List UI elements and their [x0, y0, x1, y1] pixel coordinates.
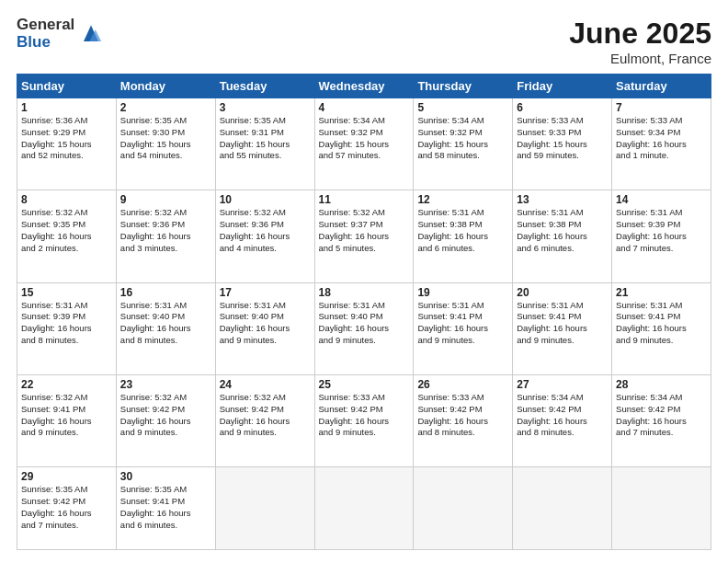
calendar-cell: 7Sunrise: 5:33 AMSunset: 9:34 PMDaylight…: [612, 98, 711, 190]
cell-content: Sunrise: 5:32 AMSunset: 9:37 PMDaylight:…: [319, 207, 410, 254]
calendar-cell: 21Sunrise: 5:31 AMSunset: 9:41 PMDayligh…: [612, 282, 711, 374]
calendar-cell: 14Sunrise: 5:31 AMSunset: 9:39 PMDayligh…: [612, 190, 711, 282]
calendar-cell: 6Sunrise: 5:33 AMSunset: 9:33 PMDaylight…: [513, 98, 612, 190]
logo-general: General: [17, 17, 74, 34]
calendar-cell: 28Sunrise: 5:34 AMSunset: 9:42 PMDayligh…: [612, 374, 711, 466]
cell-content: Sunrise: 5:32 AMSunset: 9:36 PMDaylight:…: [120, 207, 211, 254]
calendar-cell: [314, 467, 414, 550]
calendar-cell: 22Sunrise: 5:32 AMSunset: 9:41 PMDayligh…: [17, 374, 117, 466]
calendar-cell: 24Sunrise: 5:32 AMSunset: 9:42 PMDayligh…: [215, 374, 314, 466]
title-block: June 2025 Eulmont, France: [569, 17, 711, 66]
day-number: 15: [21, 286, 112, 299]
day-number: 9: [120, 193, 211, 206]
day-number: 27: [517, 378, 608, 391]
col-thursday: Thursday: [414, 75, 513, 98]
calendar-cell: 27Sunrise: 5:34 AMSunset: 9:42 PMDayligh…: [513, 374, 612, 466]
calendar-week-1: 1Sunrise: 5:36 AMSunset: 9:29 PMDaylight…: [17, 98, 711, 190]
calendar-cell: 20Sunrise: 5:31 AMSunset: 9:41 PMDayligh…: [513, 282, 612, 374]
cell-content: Sunrise: 5:34 AMSunset: 9:42 PMDaylight:…: [517, 392, 608, 439]
day-number: 22: [21, 378, 112, 391]
col-wednesday: Wednesday: [314, 75, 414, 98]
cell-content: Sunrise: 5:35 AMSunset: 9:42 PMDaylight:…: [21, 484, 112, 531]
calendar-cell: 3Sunrise: 5:35 AMSunset: 9:31 PMDaylight…: [215, 98, 314, 190]
calendar-cell: 1Sunrise: 5:36 AMSunset: 9:29 PMDaylight…: [17, 98, 117, 190]
col-friday: Friday: [513, 75, 612, 98]
cell-content: Sunrise: 5:31 AMSunset: 9:39 PMDaylight:…: [21, 300, 112, 347]
cell-content: Sunrise: 5:36 AMSunset: 9:29 PMDaylight:…: [21, 115, 112, 162]
day-number: 6: [517, 101, 608, 114]
day-number: 5: [417, 101, 508, 114]
col-tuesday: Tuesday: [215, 75, 314, 98]
cell-content: Sunrise: 5:32 AMSunset: 9:42 PMDaylight:…: [220, 392, 311, 439]
day-number: 14: [616, 193, 707, 206]
day-number: 7: [616, 101, 707, 114]
calendar-cell: 15Sunrise: 5:31 AMSunset: 9:39 PMDayligh…: [17, 282, 117, 374]
calendar-cell: 11Sunrise: 5:32 AMSunset: 9:37 PMDayligh…: [314, 190, 414, 282]
calendar-cell: [612, 467, 711, 550]
day-number: 10: [220, 193, 311, 206]
logo: General Blue: [17, 17, 106, 51]
calendar-week-2: 8Sunrise: 5:32 AMSunset: 9:35 PMDaylight…: [17, 190, 711, 282]
month-year: June 2025: [569, 17, 711, 51]
cell-content: Sunrise: 5:35 AMSunset: 9:30 PMDaylight:…: [120, 115, 211, 162]
day-number: 2: [120, 101, 211, 114]
day-number: 11: [319, 193, 410, 206]
day-number: 26: [417, 378, 508, 391]
cell-content: Sunrise: 5:35 AMSunset: 9:31 PMDaylight:…: [220, 115, 311, 162]
calendar-cell: [513, 467, 612, 550]
calendar-cell: 4Sunrise: 5:34 AMSunset: 9:32 PMDaylight…: [314, 98, 414, 190]
header: General Blue June 2025 Eulmont, France: [17, 17, 711, 66]
cell-content: Sunrise: 5:33 AMSunset: 9:42 PMDaylight:…: [319, 392, 410, 439]
calendar-cell: 12Sunrise: 5:31 AMSunset: 9:38 PMDayligh…: [414, 190, 513, 282]
cell-content: Sunrise: 5:32 AMSunset: 9:41 PMDaylight:…: [21, 392, 112, 439]
day-number: 16: [120, 286, 211, 299]
cell-content: Sunrise: 5:31 AMSunset: 9:40 PMDaylight:…: [220, 300, 311, 347]
cell-content: Sunrise: 5:34 AMSunset: 9:42 PMDaylight:…: [616, 392, 707, 439]
calendar-cell: 30Sunrise: 5:35 AMSunset: 9:41 PMDayligh…: [116, 467, 215, 550]
calendar-cell: 19Sunrise: 5:31 AMSunset: 9:41 PMDayligh…: [414, 282, 513, 374]
calendar-cell: 23Sunrise: 5:32 AMSunset: 9:42 PMDayligh…: [116, 374, 215, 466]
page: General Blue June 2025 Eulmont, France S…: [0, 0, 728, 563]
col-monday: Monday: [116, 75, 215, 98]
day-number: 28: [616, 378, 707, 391]
cell-content: Sunrise: 5:31 AMSunset: 9:38 PMDaylight:…: [517, 207, 608, 254]
calendar-cell: 25Sunrise: 5:33 AMSunset: 9:42 PMDayligh…: [314, 374, 414, 466]
cell-content: Sunrise: 5:32 AMSunset: 9:42 PMDaylight:…: [120, 392, 211, 439]
logo-blue: Blue: [17, 34, 74, 52]
cell-content: Sunrise: 5:31 AMSunset: 9:39 PMDaylight:…: [616, 207, 707, 254]
cell-content: Sunrise: 5:33 AMSunset: 9:33 PMDaylight:…: [517, 115, 608, 162]
day-number: 19: [417, 286, 508, 299]
calendar-cell: 13Sunrise: 5:31 AMSunset: 9:38 PMDayligh…: [513, 190, 612, 282]
logo-icon: [76, 19, 106, 49]
cell-content: Sunrise: 5:33 AMSunset: 9:34 PMDaylight:…: [616, 115, 707, 162]
cell-content: Sunrise: 5:31 AMSunset: 9:38 PMDaylight:…: [417, 207, 508, 254]
cell-content: Sunrise: 5:31 AMSunset: 9:41 PMDaylight:…: [517, 300, 608, 347]
calendar-week-5: 29Sunrise: 5:35 AMSunset: 9:42 PMDayligh…: [17, 467, 711, 550]
day-number: 13: [517, 193, 608, 206]
calendar-table: Sunday Monday Tuesday Wednesday Thursday…: [17, 74, 711, 550]
cell-content: Sunrise: 5:32 AMSunset: 9:35 PMDaylight:…: [21, 207, 112, 254]
calendar-cell: 17Sunrise: 5:31 AMSunset: 9:40 PMDayligh…: [215, 282, 314, 374]
cell-content: Sunrise: 5:31 AMSunset: 9:41 PMDaylight:…: [417, 300, 508, 347]
cell-content: Sunrise: 5:32 AMSunset: 9:36 PMDaylight:…: [220, 207, 311, 254]
calendar-cell: 18Sunrise: 5:31 AMSunset: 9:40 PMDayligh…: [314, 282, 414, 374]
cell-content: Sunrise: 5:34 AMSunset: 9:32 PMDaylight:…: [417, 115, 508, 162]
calendar-cell: [414, 467, 513, 550]
day-number: 18: [319, 286, 410, 299]
calendar-cell: 8Sunrise: 5:32 AMSunset: 9:35 PMDaylight…: [17, 190, 117, 282]
day-number: 17: [220, 286, 311, 299]
calendar-cell: [215, 467, 314, 550]
calendar-cell: 10Sunrise: 5:32 AMSunset: 9:36 PMDayligh…: [215, 190, 314, 282]
col-saturday: Saturday: [612, 75, 711, 98]
day-number: 4: [319, 101, 410, 114]
calendar-cell: 16Sunrise: 5:31 AMSunset: 9:40 PMDayligh…: [116, 282, 215, 374]
day-number: 3: [220, 101, 311, 114]
day-number: 20: [517, 286, 608, 299]
header-row: Sunday Monday Tuesday Wednesday Thursday…: [17, 75, 711, 98]
calendar-cell: 29Sunrise: 5:35 AMSunset: 9:42 PMDayligh…: [17, 467, 117, 550]
calendar-week-4: 22Sunrise: 5:32 AMSunset: 9:41 PMDayligh…: [17, 374, 711, 466]
cell-content: Sunrise: 5:33 AMSunset: 9:42 PMDaylight:…: [417, 392, 508, 439]
calendar-cell: 2Sunrise: 5:35 AMSunset: 9:30 PMDaylight…: [116, 98, 215, 190]
cell-content: Sunrise: 5:35 AMSunset: 9:41 PMDaylight:…: [120, 484, 211, 531]
cell-content: Sunrise: 5:31 AMSunset: 9:40 PMDaylight:…: [319, 300, 410, 347]
